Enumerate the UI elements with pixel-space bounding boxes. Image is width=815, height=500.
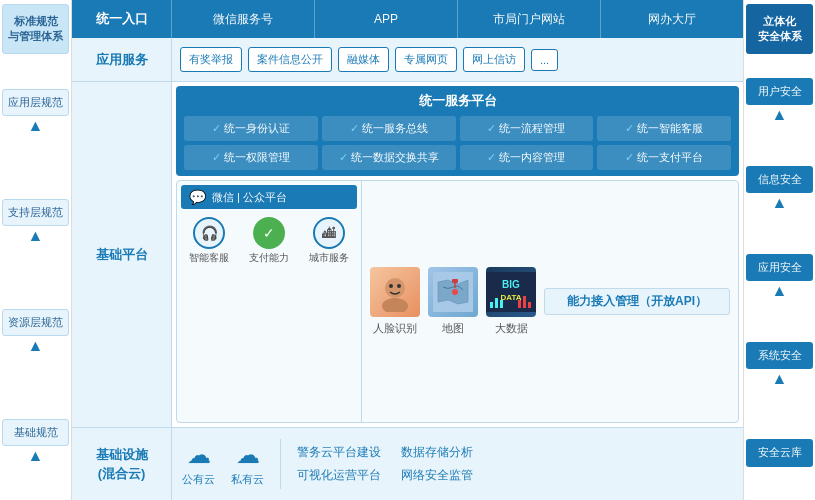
left-sidebar-sections: 应用层规范 ▲ 支持层规范 ▲ 资源层规范 ▲ 基础规范 ▲ (2, 56, 69, 496)
infra-data-storage: 数据存储分析 (401, 444, 473, 461)
base-layer-arrow: ▲ (2, 447, 69, 465)
service-platform-title: 统一服务平台 (184, 92, 731, 110)
sp-payment: 统一支付平台 (597, 145, 731, 170)
service-media[interactable]: 融媒体 (338, 47, 389, 72)
bigdata-label: 大数据 (495, 321, 528, 336)
service-case[interactable]: 案件信息公开 (248, 47, 332, 72)
entry-app[interactable]: APP (315, 0, 458, 38)
svg-rect-14 (523, 296, 526, 308)
info-security-arrow: ▲ (746, 194, 813, 212)
standards-label: 标准规范 与管理体系 (2, 4, 69, 54)
resource-layer-section: 资源层规范 ▲ (2, 278, 69, 386)
face-recognition-item: 人脸识别 (370, 267, 420, 336)
cloud-security-section: 安全云库 (746, 410, 813, 496)
cap-label-city: 城市服务 (309, 251, 349, 265)
cap-icon-customer: 🎧 智能客服 (189, 217, 229, 265)
map-item: 地图 (428, 267, 478, 336)
public-cloud-label: 公有云 (182, 472, 215, 487)
infra-label: 基础设施 (混合云) (72, 428, 172, 500)
entry-hall[interactable]: 网办大厅 (601, 0, 743, 38)
bigdata-icon: BIG DATA (486, 267, 536, 317)
cap-icon-payment: ✓ 支付能力 (249, 217, 289, 265)
info-security-label: 信息安全 (746, 166, 813, 193)
customer-service-icon: 🎧 (193, 217, 225, 249)
private-cloud: ☁ 私有云 (231, 441, 264, 487)
capability-area: 💬 微信 | 公众平台 🎧 智能客服 ✓ 支付能力 (176, 180, 739, 423)
security-system-label: 立体化 安全体系 (746, 4, 813, 54)
wechat-icon: 💬 (189, 189, 206, 205)
sp-process: 统一流程管理 (460, 116, 594, 141)
capability-right: 人脸识别 (362, 181, 738, 422)
infra-right-row-2: 可视化运营平台 网络安全监管 (297, 467, 473, 484)
sp-content: 统一内容管理 (460, 145, 594, 170)
infra-police-cloud: 警务云平台建设 (297, 444, 381, 461)
svg-rect-10 (490, 302, 493, 308)
wechat-banner-text: 微信 | 公众平台 (212, 190, 287, 205)
public-cloud-icon: ☁ (187, 441, 211, 469)
right-sidebar-sections: 用户安全 ▲ 信息安全 ▲ 应用安全 ▲ 系统安全 ▲ 安全云库 (746, 56, 813, 496)
service-report[interactable]: 有奖举报 (180, 47, 242, 72)
map-icon (428, 267, 478, 317)
entry-wechat[interactable]: 微信服务号 (172, 0, 315, 38)
cap-label-payment: 支付能力 (249, 251, 289, 265)
app-services-label: 应用服务 (72, 38, 172, 81)
sp-permission: 统一权限管理 (184, 145, 318, 170)
svg-point-1 (382, 298, 408, 312)
app-security-section: 应用安全 ▲ (746, 234, 813, 320)
service-platform: 统一服务平台 统一身份认证 统一服务总线 统一流程管理 统一智能客服 统一权限管… (176, 86, 739, 176)
public-cloud: ☁ 公有云 (182, 441, 215, 487)
svg-point-5 (452, 289, 458, 295)
service-petition[interactable]: 网上信访 (463, 47, 525, 72)
center-content: 统一入口 微信服务号 APP 市局门户网站 网办大厅 应用服务 有奖举报 案件信… (72, 0, 743, 500)
city-service-icon: 🏙 (313, 217, 345, 249)
cap-icon-city: 🏙 城市服务 (309, 217, 349, 265)
svg-rect-15 (528, 302, 531, 308)
entry-portal[interactable]: 市局门户网站 (458, 0, 601, 38)
resource-layer-arrow: ▲ (2, 337, 69, 355)
cap-label-customer: 智能客服 (189, 251, 229, 265)
foundation-label: 基础平台 (72, 82, 172, 427)
infra-visual-ops: 可视化运营平台 (297, 467, 381, 484)
api-label: 能力接入管理（开放API） (567, 293, 707, 310)
right-sidebar: 立体化 安全体系 用户安全 ▲ 信息安全 ▲ 应用安全 ▲ 系统安全 ▲ 安全云… (743, 0, 815, 500)
support-layer-arrow: ▲ (2, 227, 69, 245)
private-cloud-icon: ☁ (236, 441, 260, 469)
app-layer-section: 应用层规范 ▲ (2, 58, 69, 166)
service-webpage[interactable]: 专属网页 (395, 47, 457, 72)
svg-point-0 (385, 278, 405, 298)
unified-entry-row: 统一入口 微信服务号 APP 市局门户网站 网办大厅 (72, 0, 743, 38)
system-security-label: 系统安全 (746, 342, 813, 369)
private-cloud-label: 私有云 (231, 472, 264, 487)
sp-bus: 统一服务总线 (322, 116, 456, 141)
support-layer-label: 支持层规范 (2, 199, 69, 226)
infra-right: 警务云平台建设 数据存储分析 可视化运营平台 网络安全监管 (297, 444, 473, 484)
user-security-section: 用户安全 ▲ (746, 58, 813, 144)
system-security-arrow: ▲ (746, 370, 813, 388)
svg-rect-13 (518, 300, 521, 308)
capability-left: 💬 微信 | 公众平台 🎧 智能客服 ✓ 支付能力 (177, 181, 362, 422)
infra-content: ☁ 公有云 ☁ 私有云 警务云平台建设 数据存储分析 可视化运营平台 (172, 428, 743, 500)
api-banner: 能力接入管理（开放API） (544, 288, 730, 315)
capability-icons-row: 🎧 智能客服 ✓ 支付能力 🏙 城市服务 (181, 213, 357, 269)
user-security-arrow: ▲ (746, 106, 813, 124)
app-security-arrow: ▲ (746, 282, 813, 300)
system-security-section: 系统安全 ▲ (746, 322, 813, 408)
app-security-label: 应用安全 (746, 254, 813, 281)
foundation-content: 统一服务平台 统一身份认证 统一服务总线 统一流程管理 统一智能客服 统一权限管… (172, 82, 743, 427)
svg-text:BIG: BIG (502, 279, 520, 290)
sp-ai: 统一智能客服 (597, 116, 731, 141)
cloud-items: ☁ 公有云 ☁ 私有云 (182, 441, 264, 487)
infra-divider (280, 439, 281, 489)
infra-right-row-1: 警务云平台建设 数据存储分析 (297, 444, 473, 461)
service-more[interactable]: ... (531, 49, 558, 71)
app-services-row: 应用服务 有奖举报 案件信息公开 融媒体 专属网页 网上信访 ... (72, 38, 743, 82)
face-recognition-icon (370, 267, 420, 317)
sp-data-exchange: 统一数据交换共享 (322, 145, 456, 170)
infra-network-security: 网络安全监管 (401, 467, 473, 484)
svg-point-3 (397, 284, 401, 288)
user-security-label: 用户安全 (746, 78, 813, 105)
app-layer-label: 应用层规范 (2, 89, 69, 116)
cloud-security-label: 安全云库 (746, 439, 813, 466)
service-platform-grid: 统一身份认证 统一服务总线 统一流程管理 统一智能客服 统一权限管理 统一数据交… (184, 116, 731, 170)
info-security-section: 信息安全 ▲ (746, 146, 813, 232)
